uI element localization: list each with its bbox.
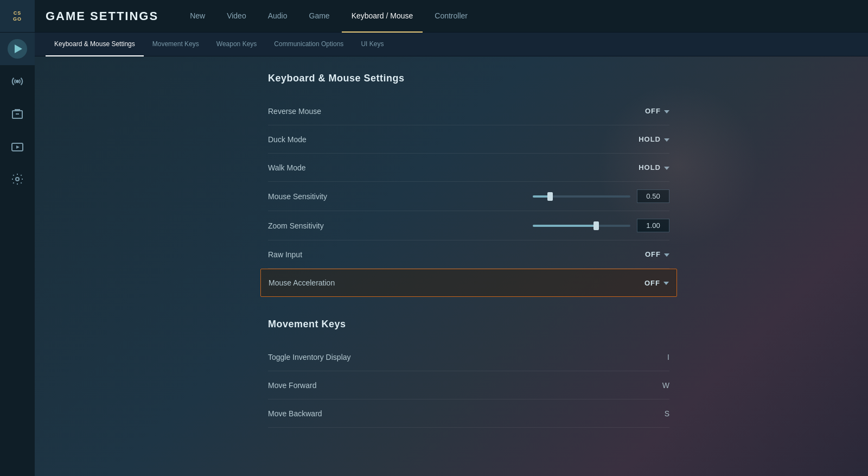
mouse-sensitivity-value[interactable]: 0.50 bbox=[637, 189, 669, 203]
sidebar-item-settings[interactable] bbox=[0, 163, 35, 195]
mouse-acceleration-value: OFF bbox=[644, 279, 660, 287]
tab-controller[interactable]: Controller bbox=[425, 0, 477, 33]
sidebar-item-broadcast[interactable] bbox=[0, 65, 35, 98]
setting-row-move-backward: Move Backward S bbox=[268, 399, 669, 428]
page-title: GAME SETTINGS bbox=[46, 9, 158, 23]
mouse-sensitivity-control: 0.50 bbox=[533, 189, 669, 203]
move-backward-key[interactable]: S bbox=[665, 409, 669, 418]
zoom-sensitivity-slider[interactable] bbox=[533, 225, 630, 227]
svg-point-5 bbox=[16, 177, 19, 181]
movement-keys-section-title: Movement Keys bbox=[268, 319, 669, 330]
zoom-sensitivity-fill bbox=[533, 225, 596, 227]
sidebar-item-play[interactable] bbox=[0, 33, 35, 65]
walk-mode-chevron-icon bbox=[664, 167, 669, 170]
keyboard-mouse-section-title: Keyboard & Mouse Settings bbox=[268, 73, 669, 84]
tab-audio[interactable]: Audio bbox=[258, 0, 297, 33]
tab-video[interactable]: Video bbox=[217, 0, 256, 33]
duck-mode-control[interactable]: HOLD bbox=[626, 135, 669, 143]
sidebar-item-inventory[interactable] bbox=[0, 98, 35, 130]
logo-text: CSGO bbox=[13, 10, 22, 22]
move-forward-key[interactable]: W bbox=[662, 381, 669, 390]
duck-mode-label: Duck Mode bbox=[268, 135, 307, 144]
setting-row-walk-mode: Walk Mode HOLD bbox=[268, 154, 669, 182]
sidebar: CSGO bbox=[0, 0, 35, 476]
setting-row-toggle-inventory: Toggle Inventory Display I bbox=[268, 343, 669, 371]
movement-keys-section: Movement Keys Toggle Inventory Display I… bbox=[268, 319, 669, 428]
tab-keyboard-mouse[interactable]: Keyboard / Mouse bbox=[342, 0, 423, 33]
sidebar-item-watch[interactable] bbox=[0, 130, 35, 163]
top-navigation: GAME SETTINGS New Video Audio Game Keybo… bbox=[35, 0, 868, 33]
mouse-sensitivity-thumb[interactable] bbox=[547, 192, 553, 201]
subtab-weapon-keys[interactable]: Weapon Keys bbox=[208, 33, 266, 56]
toggle-inventory-label: Toggle Inventory Display bbox=[268, 353, 351, 361]
zoom-sensitivity-label: Zoom Sensitivity bbox=[268, 221, 324, 230]
mouse-sensitivity-slider[interactable] bbox=[533, 195, 630, 198]
duck-mode-chevron-icon bbox=[664, 138, 669, 142]
raw-input-label: Raw Input bbox=[268, 250, 302, 259]
inventory-icon bbox=[11, 107, 24, 120]
tab-new[interactable]: New bbox=[180, 0, 215, 33]
app-logo: CSGO bbox=[0, 0, 35, 33]
zoom-sensitivity-control: 1.00 bbox=[533, 219, 669, 232]
reverse-mouse-control[interactable]: OFF bbox=[626, 107, 669, 115]
raw-input-control[interactable]: OFF bbox=[626, 250, 669, 258]
raw-input-chevron-icon bbox=[664, 253, 669, 257]
walk-mode-value: HOLD bbox=[639, 163, 661, 172]
reverse-mouse-chevron-icon bbox=[664, 110, 669, 113]
svg-marker-4 bbox=[16, 145, 20, 149]
mouse-acceleration-label: Mouse Acceleration bbox=[269, 278, 335, 287]
setting-row-reverse-mouse: Reverse Mouse OFF bbox=[268, 97, 669, 125]
nav-tabs: New Video Audio Game Keyboard / Mouse Co… bbox=[180, 0, 477, 32]
setting-row-mouse-acceleration: Mouse Acceleration OFF bbox=[260, 269, 677, 297]
setting-row-raw-input: Raw Input OFF bbox=[268, 240, 669, 269]
settings-icon bbox=[11, 173, 24, 186]
move-forward-label: Move Forward bbox=[268, 381, 316, 390]
setting-row-mouse-sensitivity: Mouse Sensitivity 0.50 bbox=[268, 182, 669, 211]
mouse-acceleration-chevron-icon bbox=[663, 282, 669, 285]
zoom-sensitivity-value[interactable]: 1.00 bbox=[637, 219, 669, 232]
tab-game[interactable]: Game bbox=[299, 0, 340, 33]
move-backward-label: Move Backward bbox=[268, 409, 322, 418]
main-area: GAME SETTINGS New Video Audio Game Keybo… bbox=[35, 0, 868, 476]
mouse-sensitivity-label: Mouse Sensitivity bbox=[268, 192, 327, 201]
duck-mode-value: HOLD bbox=[639, 135, 661, 143]
walk-mode-control[interactable]: HOLD bbox=[626, 163, 669, 172]
svg-point-0 bbox=[16, 80, 19, 83]
play-button-icon[interactable] bbox=[8, 39, 27, 59]
reverse-mouse-label: Reverse Mouse bbox=[268, 107, 321, 116]
setting-row-zoom-sensitivity: Zoom Sensitivity 1.00 bbox=[268, 211, 669, 240]
reverse-mouse-value: OFF bbox=[645, 107, 661, 115]
zoom-sensitivity-thumb[interactable] bbox=[593, 221, 599, 230]
raw-input-value: OFF bbox=[645, 250, 661, 258]
content-area: Keyboard & Mouse Settings Reverse Mouse … bbox=[35, 56, 868, 476]
keyboard-mouse-section: Keyboard & Mouse Settings Reverse Mouse … bbox=[268, 73, 669, 297]
setting-row-move-forward: Move Forward W bbox=[268, 371, 669, 399]
sub-navigation: Keyboard & Mouse Settings Movement Keys … bbox=[35, 33, 868, 56]
setting-row-duck-mode: Duck Mode HOLD bbox=[268, 125, 669, 154]
subtab-keyboard-mouse-settings[interactable]: Keyboard & Mouse Settings bbox=[46, 33, 144, 56]
subtab-ui-keys[interactable]: UI Keys bbox=[352, 33, 392, 56]
toggle-inventory-key[interactable]: I bbox=[667, 353, 669, 361]
walk-mode-label: Walk Mode bbox=[268, 163, 306, 172]
mouse-acceleration-control[interactable]: OFF bbox=[626, 279, 669, 287]
broadcast-icon bbox=[11, 75, 24, 88]
subtab-movement-keys[interactable]: Movement Keys bbox=[144, 33, 208, 56]
subtab-communication-options[interactable]: Communication Options bbox=[265, 33, 352, 56]
watch-icon bbox=[11, 140, 24, 153]
